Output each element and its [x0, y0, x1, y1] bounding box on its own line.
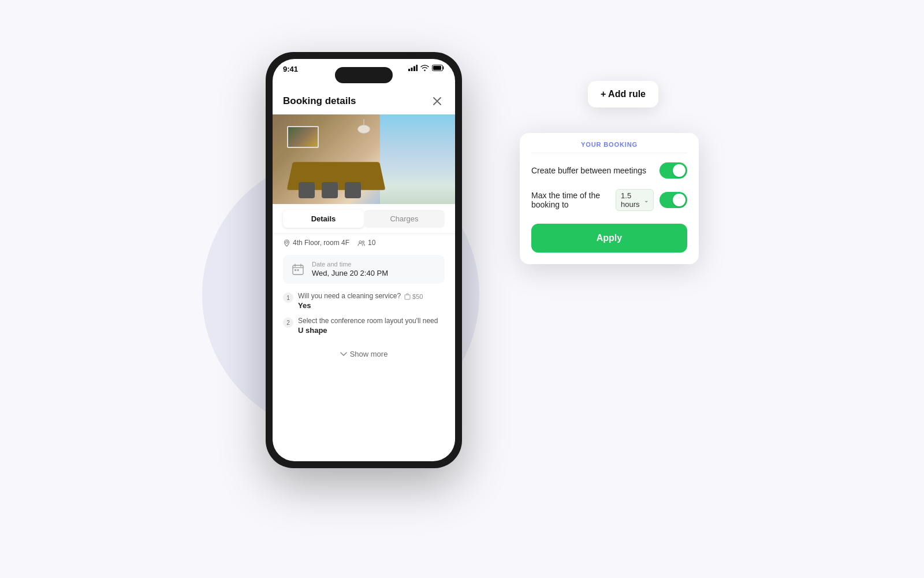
date-value: Wed, June 20 2:40 PM — [312, 269, 388, 277]
chair-2 — [322, 182, 338, 198]
room-image — [273, 114, 455, 204]
tabs-row: Details Charges — [273, 204, 455, 234]
dynamic-island — [335, 67, 393, 83]
svg-point-8 — [286, 241, 288, 243]
questions-section: 1 Will you need a cleaning service? — [273, 287, 455, 346]
apply-button[interactable]: Apply — [531, 224, 687, 253]
booking-header: Booking details — [273, 87, 455, 114]
ceiling-light — [352, 119, 375, 139]
location-icon — [283, 239, 290, 247]
svg-rect-5 — [433, 66, 441, 70]
add-rule-button[interactable]: + Add rule — [588, 81, 658, 108]
svg-point-10 — [362, 240, 364, 242]
capacity-icon — [357, 240, 366, 246]
phone-screen: 9:41 — [273, 59, 455, 461]
status-time: 9:41 — [283, 65, 298, 73]
svg-point-7 — [358, 125, 370, 134]
svg-point-9 — [359, 240, 362, 243]
date-card: Date and time Wed, June 20 2:40 PM — [283, 255, 445, 284]
max-time-toggle-switch[interactable] — [660, 192, 687, 208]
location-text: 4th Floor, room 4F — [293, 239, 349, 247]
max-time-toggle-row: Max the time of the booking to 1.5 hours… — [531, 189, 687, 211]
chevron-down-icon — [340, 352, 347, 356]
chevron-down-icon: ⌄ — [644, 197, 649, 203]
tab-charges[interactable]: Charges — [364, 210, 445, 228]
question-item-2: 2 Select the conference room layout you'… — [283, 317, 445, 335]
booking-title: Booking details — [283, 95, 356, 107]
svg-rect-12 — [295, 269, 296, 271]
tab-details[interactable]: Details — [283, 210, 364, 228]
question-answer-1: Yes — [298, 301, 445, 310]
room-artwork — [287, 126, 319, 148]
location-item: 4th Floor, room 4F — [283, 239, 349, 247]
battery-icon — [432, 65, 445, 72]
question-number-1: 1 — [283, 292, 293, 303]
question-content-2: Select the conference room layout you'll… — [298, 317, 445, 335]
svg-rect-1 — [411, 68, 413, 71]
date-info: Date and time Wed, June 20 2:40 PM — [312, 261, 388, 278]
question-item-1: 1 Will you need a cleaning service? — [283, 292, 445, 310]
show-more-text: Show more — [350, 350, 388, 358]
question-number-2: 2 — [283, 317, 293, 328]
svg-rect-3 — [416, 65, 418, 71]
date-label: Date and time — [312, 261, 388, 268]
chair-1 — [299, 182, 315, 198]
question-content-1: Will you need a cleaning service? $50 Y — [298, 292, 445, 310]
close-button[interactable] — [430, 94, 445, 109]
popup-card: YOUR BOOKING Create buffer between meeti… — [520, 133, 699, 264]
popup-content: Create buffer between meetings Max the t… — [520, 153, 699, 220]
question-price-1: $50 — [404, 293, 423, 300]
max-time-label: Max the time of the booking to — [531, 191, 612, 209]
hours-value: 1.5 hours — [621, 191, 643, 209]
hours-dropdown[interactable]: 1.5 hours ⌄ — [616, 189, 654, 211]
svg-rect-0 — [408, 69, 410, 71]
capacity-item: 10 — [357, 239, 375, 247]
question-text-1: Will you need a cleaning service? — [298, 292, 401, 300]
screen-content: Booking details — [273, 87, 455, 461]
scene: + Add rule 9:41 — [237, 40, 687, 538]
status-icons — [408, 65, 445, 72]
info-row: 4th Floor, room 4F 10 — [273, 234, 455, 251]
wifi-icon — [420, 65, 429, 72]
show-more-row[interactable]: Show more — [273, 346, 455, 364]
your-booking-label: YOUR BOOKING — [520, 133, 699, 153]
buffer-toggle-switch[interactable] — [660, 162, 687, 179]
max-time-label-group: Max the time of the booking to 1.5 hours… — [531, 189, 654, 211]
question-answer-2: U shape — [298, 326, 445, 335]
buffer-toggle-row: Create buffer between meetings — [531, 162, 687, 179]
svg-rect-2 — [413, 66, 415, 72]
signal-icon — [408, 65, 418, 72]
svg-rect-13 — [297, 269, 299, 271]
capacity-text: 10 — [368, 239, 375, 247]
phone-frame: 9:41 — [266, 52, 462, 468]
svg-rect-14 — [405, 295, 410, 299]
chair-3 — [345, 182, 361, 198]
buffer-toggle-label: Create buffer between meetings — [531, 165, 660, 176]
room-window — [380, 114, 455, 204]
calendar-icon — [290, 261, 306, 277]
question-text-2: Select the conference room layout you'll… — [298, 317, 445, 325]
